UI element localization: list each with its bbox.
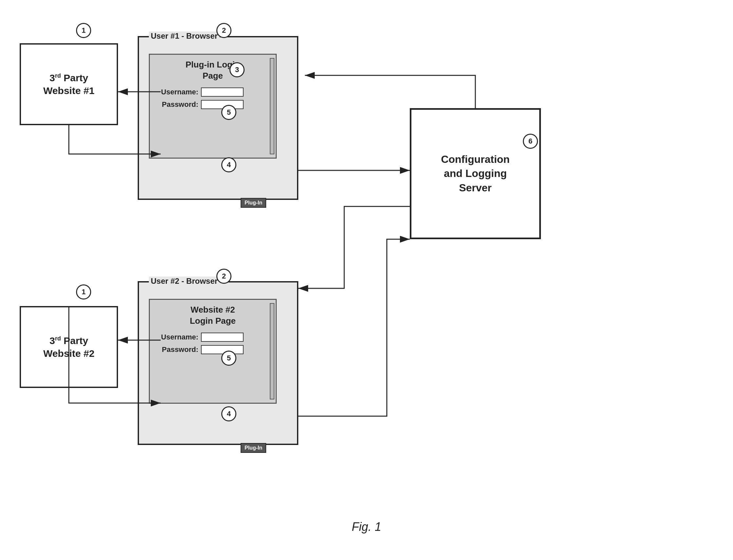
party-box-2: 3rd PartyWebsite #2 [20,306,118,388]
username-label-1: Username: [156,88,198,96]
badge-4-top: 4 [221,157,236,172]
username-row-1: Username: [156,87,270,97]
badge-3: 3 [229,62,244,77]
username-row-2: Username: [156,333,270,342]
party-box-1: 3rd PartyWebsite #1 [20,43,118,125]
browser-box-1: User #1 - Browser Plug-in LoginPage User… [138,36,298,200]
browser-1-title: User #1 - Browser [149,31,220,41]
login-panel-2-title: Website #2Login Page [150,304,276,327]
badge-5-top: 5 [221,105,236,120]
plugin-btn-1[interactable]: Plug-In [241,198,266,208]
server-box-title: Configurationand LoggingServer [441,152,510,195]
password-label-1: Password: [156,100,198,109]
badge-5-bot: 5 [221,351,236,366]
scrollbar-1 [270,58,274,154]
figure-caption: Fig. 1 [352,520,381,534]
login-panel-1: Plug-in LoginPage Username: Password: [149,54,277,159]
browser-2-title: User #2 - Browser [149,277,220,286]
badge-2-top: 2 [216,23,231,38]
config-server-box: Configurationand LoggingServer [410,108,541,239]
password-label-2: Password: [156,345,198,354]
party-box-1-title: 3rd PartyWebsite #1 [43,71,94,97]
username-input-1[interactable] [201,87,243,97]
username-label-2: Username: [156,333,198,341]
plugin-btn-2[interactable]: Plug-In [241,443,266,453]
badge-6: 6 [523,134,538,149]
login-panel-1-fields: Username: Password: [150,87,276,109]
login-panel-2: Website #2Login Page Username: Password: [149,299,277,404]
browser-box-2: User #2 - Browser Website #2Login Page U… [138,281,298,445]
password-input-2[interactable] [201,345,243,354]
login-panel-2-fields: Username: Password: [150,333,276,354]
scrollbar-2 [270,303,274,399]
diagram-container: 3rd PartyWebsite #1 1 3rd PartyWebsite #… [0,0,733,560]
badge-2-bot: 2 [216,269,231,284]
badge-1-top: 1 [76,23,91,38]
password-row-2: Password: [156,345,270,354]
badge-4-bot: 4 [221,406,236,421]
password-row-1: Password: [156,100,270,109]
username-input-2[interactable] [201,333,243,342]
party-box-2-title: 3rd PartyWebsite #2 [43,334,94,360]
login-panel-1-title: Plug-in LoginPage [150,59,276,82]
password-input-1[interactable] [201,100,243,109]
badge-1-bot: 1 [76,284,91,299]
